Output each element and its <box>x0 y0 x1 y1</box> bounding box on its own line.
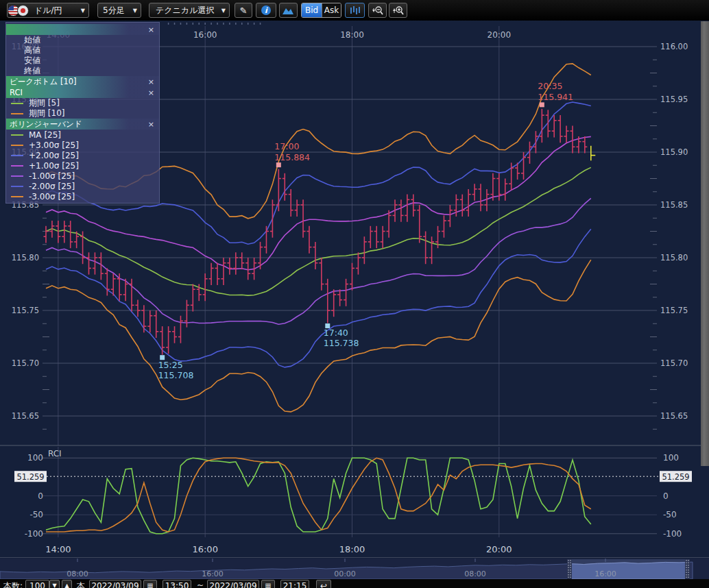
navigator-time-label: 08:00 <box>67 569 88 578</box>
legend-item: 高値 <box>6 45 159 56</box>
navigator-selection[interactable] <box>571 559 689 579</box>
info-button[interactable]: i <box>256 3 276 18</box>
legend-panel: ×始値高値安値終値ピークボトム [10]×RCI×期間 [5]期間 [10]ボリ… <box>5 22 160 204</box>
legend-item-label: 終値 <box>24 65 40 77</box>
currency-pair-select[interactable]: ドル/円 ▼ <box>7 3 89 18</box>
pencil-icon: ✎ <box>240 5 248 16</box>
line-swatch-icon <box>11 145 23 146</box>
legend-group-header: RCI× <box>6 87 159 98</box>
line-swatch-icon <box>11 175 23 177</box>
ask-button[interactable]: Ask <box>322 3 341 17</box>
legend-group-header: × <box>6 24 159 35</box>
to-date-calendar-button[interactable]: ▦ <box>261 580 275 588</box>
technical-select-button[interactable]: テクニカル選択 ▼ <box>149 3 230 18</box>
to-time-input[interactable]: 21:15 <box>280 580 309 588</box>
from-date-calendar-button[interactable]: ▦ <box>143 580 157 588</box>
to-time-value: 21:15 <box>283 581 307 588</box>
from-time-input[interactable]: 13:50 <box>163 580 191 588</box>
peak-marker <box>540 102 544 107</box>
info-icon: i <box>261 5 271 15</box>
bid-button[interactable]: Bid <box>302 3 322 17</box>
legend-item-label: 期間 [10] <box>29 108 64 119</box>
legend-close-button[interactable]: × <box>148 78 154 86</box>
legend-close-button[interactable]: × <box>148 26 154 34</box>
from-time-value: 13:50 <box>165 581 189 588</box>
peak-time-label: 20:35 <box>538 81 562 91</box>
rci-axis-label-left: 100 <box>27 453 43 463</box>
time-axis-label-top: 20:00 <box>488 30 512 40</box>
legend-group-header: ピークボトム [10]× <box>6 76 159 87</box>
time-axis-label-bottom: 14:00 <box>45 544 71 554</box>
navigator-handle[interactable] <box>685 559 690 579</box>
zoom-out-button[interactable] <box>368 3 387 18</box>
legend-group-title: RCI <box>10 88 23 97</box>
line-swatch-icon <box>11 186 23 187</box>
rci-axis-label-right: 100 <box>663 453 679 463</box>
price-axis-label-left: 115.65 <box>12 411 39 421</box>
to-date-value: 2022/03/09 <box>209 581 256 588</box>
bar-count-value: 100 <box>29 581 45 588</box>
peak-price-label: 115.941 <box>538 92 573 102</box>
currency-pair-label: ドル/円 <box>34 5 62 16</box>
price-axis-label-right: 116.00 <box>660 42 688 51</box>
legend-group-header: ボリンジャーバンド× <box>6 119 159 130</box>
rci-axis-label-right: -100 <box>663 529 682 539</box>
legend-item-label: +2.00σ [25] <box>29 151 79 160</box>
price-axis-label-right: 115.70 <box>660 358 688 368</box>
time-axis-label-top: 16:00 <box>193 30 217 40</box>
rci-axis-label-left: -100 <box>25 529 43 539</box>
price-axis-label-right: 115.85 <box>660 200 688 210</box>
legend-item-label: -2.00σ [25] <box>29 182 75 191</box>
legend-group-title: ボリンジャーバンド <box>10 119 82 130</box>
area-chart-button[interactable] <box>279 3 298 18</box>
legend-item: 安値 <box>6 56 159 66</box>
from-date-input[interactable]: 2022/03/09 <box>89 580 141 588</box>
return-arrow-icon: ↩ <box>320 581 327 588</box>
vertical-scrollbar[interactable] <box>701 21 709 466</box>
legend-close-button[interactable]: × <box>148 89 154 97</box>
line-swatch-icon <box>11 134 23 136</box>
to-date-input[interactable]: 2022/03/09 <box>207 580 259 588</box>
time-axis-label-bottom: 18:00 <box>339 544 365 554</box>
draw-tool-button[interactable]: ✎ <box>235 3 252 18</box>
legend-item: -3.00σ [25] <box>6 191 159 201</box>
legend-item-label: -1.00σ [25] <box>29 171 75 181</box>
legend-item-label: -3.00σ [25] <box>29 192 75 201</box>
navigator-time-label: 08:00 <box>464 569 486 578</box>
from-date-value: 2022/03/09 <box>91 581 139 588</box>
navigator-handle[interactable] <box>567 559 572 579</box>
chevron-down-icon: ▼ <box>52 583 56 588</box>
range-separator: ~ <box>197 580 204 588</box>
unit-label: 本 <box>77 580 85 588</box>
count-up-button[interactable]: ▲ <box>62 580 72 588</box>
peak-marker <box>276 162 281 167</box>
chevron-up-icon: ▲ <box>64 583 69 588</box>
rci-axis-label-left: -50 <box>29 510 43 519</box>
line-swatch-icon <box>11 196 23 197</box>
legend-item: -1.00σ [25] <box>6 171 159 181</box>
line-swatch-icon <box>11 155 23 156</box>
count-dropdown-button[interactable]: ▼ <box>49 580 60 588</box>
line-swatch-icon <box>11 165 23 167</box>
rci-axis-label-right: 0 <box>663 491 669 501</box>
reset-range-button[interactable]: ↩ <box>316 580 331 588</box>
rci-title: RCI <box>48 449 62 458</box>
zoom-in-button[interactable] <box>389 3 407 18</box>
toolbar: ドル/円 ▼ 5分足 ▼ テクニカル選択 ▼ ✎ i Bid Ask <box>0 0 709 21</box>
legend-item: MA [25] <box>6 130 159 140</box>
chart-style-button[interactable] <box>345 3 365 18</box>
calendar-icon: ▦ <box>147 582 153 588</box>
bar-count-input[interactable]: 100 <box>25 580 49 588</box>
legend-group-title: ピークボトム [10] <box>10 77 77 87</box>
legend-item-label: +3.00σ [25] <box>29 140 79 150</box>
peak-time-label: 17:00 <box>274 141 299 151</box>
legend-close-button[interactable]: × <box>148 121 154 128</box>
price-axis-label-right: 115.75 <box>660 306 688 315</box>
legend-item-label: MA [25] <box>29 130 61 140</box>
navigator-time-label: 16:00 <box>202 569 224 578</box>
navigator-time-label: 00:00 <box>334 569 356 578</box>
line-swatch-icon <box>11 103 23 104</box>
timeframe-select[interactable]: 5分足 ▼ <box>97 3 141 18</box>
line-swatch-icon <box>11 113 23 114</box>
price-axis-label-left: 115.75 <box>12 306 39 315</box>
